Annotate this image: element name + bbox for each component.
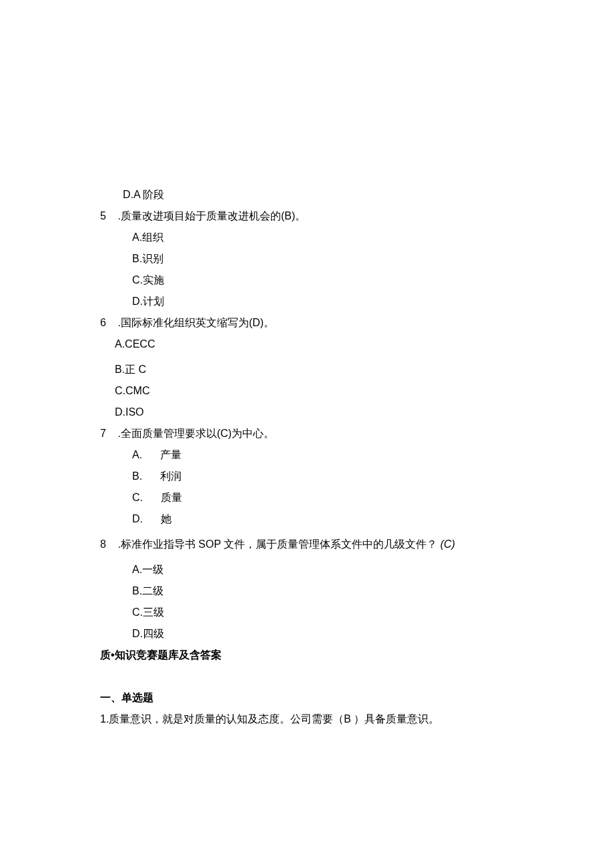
q5-option-d: D.计划 [100,291,527,312]
q5-number: 5 [100,205,115,227]
section-header: 一、单选题 [100,687,527,709]
q8-option-b: B.二级 [100,580,527,602]
q7-option-d: D. 她 [100,508,527,530]
q5-option-c: C.实施 [100,270,527,291]
q6-stem: 6 .国际标准化组织英文缩写为(D)。 [100,312,527,334]
q7-text: .全面质量管理要求以(C)为中心。 [115,428,274,439]
q7-option-b: B. 利润 [100,466,527,487]
q8-option-c: C.三级 [100,602,527,623]
q5-text: .质量改进项目始于质量改进机会的(B)。 [115,210,306,222]
q4-option-d: D.A 阶段 [100,184,527,205]
q5-option-b: B.识别 [100,248,527,270]
q7-stem: 7 .全面质量管理要求以(C)为中心。 [100,423,527,444]
q8-stem: 8 .标准作业指导书 SOP 文件，属于质量管理体系文件中的几级文件？ (C) [100,534,527,555]
q6-option-b: B.正 C [100,359,527,380]
q8-number: 8 [100,534,115,555]
q7-number: 7 [100,423,115,444]
subtitle: 质•知识竞赛题库及含答案 [100,644,527,666]
q8-text: .标准作业指导书 SOP 文件，属于质量管理体系文件中的几级文件？ [115,538,440,550]
document-page: D.A 阶段 5 .质量改进项目始于质量改进机会的(B)。 A.组织 B.识别 … [0,0,614,810]
q5-stem: 5 .质量改进项目始于质量改进机会的(B)。 [100,205,527,227]
q8-option-d: D.四级 [100,623,527,644]
q6-option-a: A.CECC [100,334,527,355]
q6-option-c: C.CMC [100,380,527,402]
q6-number: 6 [100,312,115,334]
q6-option-d: D.ISO [100,402,527,423]
q8-answer: (C) [440,538,455,550]
qA1-stem: 1.质量意识，就是对质量的认知及态度。公司需要（B ）具备质量意识。 [100,709,527,730]
q5-option-a: A.组织 [100,227,527,248]
q7-option-a: A. 产量 [100,444,527,466]
q8-option-a: A.一级 [100,559,527,580]
q7-option-c: C. 质量 [100,487,527,508]
q6-text: .国际标准化组织英文缩写为(D)。 [115,317,274,328]
